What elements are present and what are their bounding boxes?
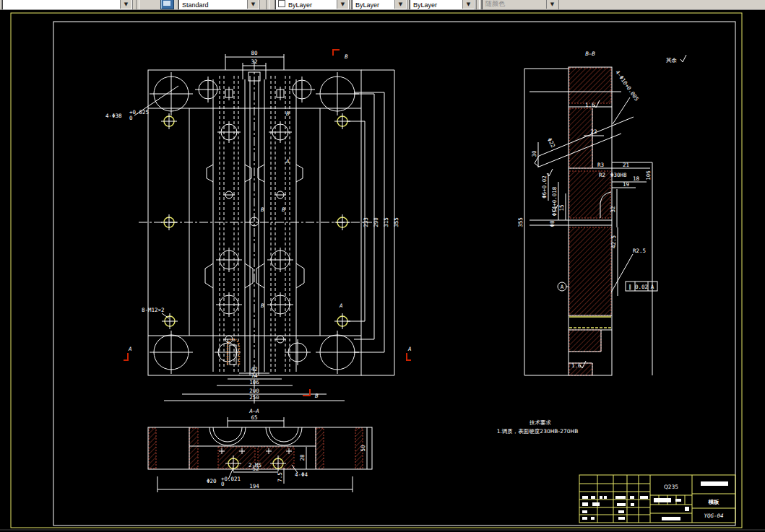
toolbar-separator (476, 0, 480, 9)
text-style-combo[interactable]: Standard ▼ (178, 0, 260, 10)
color-combo[interactable]: ByLayer ▼ (275, 0, 350, 10)
material-label: Q235 (664, 484, 678, 490)
properties-toolbar: ▼ Standard ▼ ByLayer ▼ ByLayer ▼ ByLayer… (0, 0, 765, 10)
style-icon[interactable] (160, 0, 174, 9)
dim-30: 30 (531, 150, 537, 157)
chevron-down-icon[interactable]: ▼ (120, 0, 131, 9)
surface-note: 其余 (666, 57, 678, 64)
fcf-datum: A (651, 284, 654, 290)
label-phi20: Φ20 (207, 478, 217, 484)
label-r2: R2 (599, 172, 605, 178)
dim-28: 28 (299, 454, 306, 461)
drawing-number: YQG-04 (704, 513, 723, 519)
chevron-down-icon: ▼ (546, 0, 558, 9)
ref-letter: A (285, 158, 290, 165)
fcf-value: 0.02 (635, 284, 648, 290)
dim-42p5: 42.5 (610, 235, 617, 248)
ref-letter: B (286, 110, 290, 117)
dim-15: 15 (558, 204, 565, 211)
tech-req-line1: 1.调质，表面硬度230HB-270HB (497, 428, 579, 435)
linetype-combo[interactable]: ByLayer ▼ (351, 0, 407, 10)
lineweight-value: ByLayer (413, 1, 437, 9)
label-phi4: 4-Φ4 (295, 471, 308, 478)
dim-233: 233 (363, 217, 369, 227)
color-swatch (278, 0, 285, 7)
dim-22: 22 (590, 128, 597, 135)
dim-106: 106 (249, 379, 259, 385)
dim-355: 355 (517, 217, 524, 227)
tech-req-title: 技术要求 (529, 419, 552, 426)
dim-315: 315 (383, 217, 389, 227)
dim-32: 32 (610, 206, 616, 212)
dim-7p5: 7.5 (277, 472, 283, 482)
ref-letter: B (282, 206, 285, 213)
toolbar-separator (266, 0, 269, 9)
chevron-down-icon[interactable]: ▼ (394, 0, 406, 9)
dim-74: 74 (251, 372, 258, 379)
chevron-down-icon[interactable]: ▼ (337, 0, 348, 9)
linetype-value: ByLayer (355, 1, 379, 9)
dim-42: 42 (251, 366, 257, 372)
label-phi30: Φ30H8 (610, 172, 627, 178)
section-marker-a-right: A (407, 346, 412, 352)
phi20-tol-lower: 0 (221, 481, 225, 487)
dim-19: 19 (623, 181, 629, 188)
dim-355: 355 (393, 217, 399, 227)
lineweight-combo[interactable]: ByLayer ▼ (409, 0, 475, 10)
dim-290: 290 (373, 217, 379, 227)
plotstyle-value: 随颜色 (485, 0, 505, 9)
dim-194: 194 (249, 483, 259, 489)
label-r2p5: R2.5 (633, 248, 646, 254)
toolbar-separator (136, 0, 139, 9)
hole-label: 4-Φ38 (105, 113, 122, 119)
part-name: 模板 (708, 499, 720, 505)
chevron-down-icon[interactable]: ▼ (247, 0, 259, 9)
ref-letter: B (261, 302, 264, 309)
section-marker-b-top: B (345, 53, 348, 60)
dim-200: 200 (249, 388, 259, 394)
ref-letter: B (261, 206, 264, 213)
color-value: ByLayer (288, 1, 312, 9)
thread-label: 8-M12×2 (142, 307, 165, 313)
dim-18: 18 (633, 175, 640, 182)
dim-50: 50 (360, 445, 366, 452)
section-marker-a-left: A (128, 346, 132, 352)
label-phi8: Φ8 (549, 220, 556, 227)
hole-tol-lower: 0 (129, 115, 133, 121)
dim-80: 80 (251, 50, 258, 56)
dim-65: 65 (251, 414, 257, 421)
drawing-canvas[interactable]: 80 32 4-Φ38 +0.025 0 8-M12×2 42 74 106 2… (0, 0, 765, 532)
style-value: Standard (182, 1, 209, 9)
plotstyle-combo: 随颜色 ▼ (481, 0, 559, 10)
section-bb-title: B—B (585, 51, 595, 57)
datum-label: A (561, 284, 564, 290)
label-phi6: Φ6+0.02 (541, 175, 548, 199)
dim-21: 21 (623, 162, 629, 168)
ref-letter: A (339, 302, 343, 309)
label-m5: 2-M5 (248, 462, 262, 468)
dim-106: 106 (645, 170, 652, 180)
cad-window: ▼ Standard ▼ ByLayer ▼ ByLayer ▼ ByLayer… (0, 0, 765, 532)
dim-32: 32 (251, 58, 257, 65)
fcf-symbol: ∥ (628, 284, 631, 290)
layer-combo[interactable]: ▼ (1, 0, 133, 10)
section-marker-b-bottom: B (315, 393, 319, 399)
chevron-down-icon[interactable]: ▼ (462, 0, 474, 9)
dim-250: 250 (249, 394, 259, 401)
section-aa-title: A—A (248, 408, 259, 414)
label-r3: R3 (597, 162, 604, 168)
